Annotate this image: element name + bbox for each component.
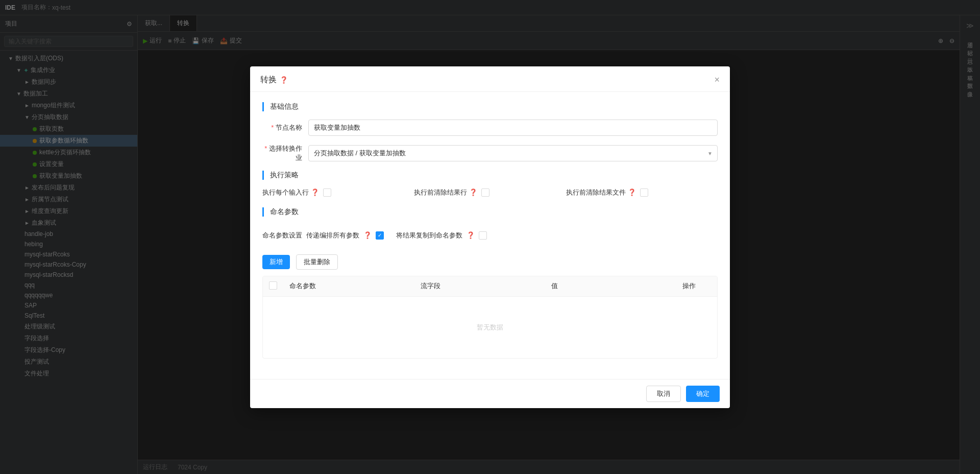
help-icon[interactable]: ❓ xyxy=(628,188,636,196)
node-name-row: * 节点名称 xyxy=(262,120,718,136)
clear-result-file-item: 执行前清除结果文件 ❓ xyxy=(566,188,718,197)
help-icon[interactable]: ❓ xyxy=(280,76,288,84)
batch-delete-button[interactable]: 批量删除 xyxy=(296,254,338,270)
strategy-row: 执行每个输入行 ❓ 执行前清除结果行 ❓ 执 xyxy=(262,188,718,197)
run-each-row-checkbox[interactable] xyxy=(323,188,331,197)
strategy-section: 执行策略 执行每个输入行 ❓ 执行前清除结果行 ❓ xyxy=(262,171,718,197)
th-param-name: 命名参数 xyxy=(283,281,414,291)
transform-job-select-wrapper: 分页抽取数据 / 获取变量加抽数 ▼ xyxy=(308,145,718,161)
th-checkbox xyxy=(263,281,283,291)
copy-result-checkbox[interactable] xyxy=(479,231,487,240)
th-value: 值 xyxy=(545,281,676,291)
new-param-button[interactable]: 新增 xyxy=(262,255,290,269)
strategy-section-title: 执行策略 xyxy=(262,171,718,180)
dialog-footer: 取消 确定 xyxy=(250,379,730,408)
close-button[interactable]: × xyxy=(714,75,720,84)
empty-text: 暂无数据 xyxy=(477,323,503,332)
transform-job-label: * 选择转换作业 xyxy=(262,144,308,162)
params-config-row: 命名参数设置 传递编排所有参数 ❓ 将结果复制到命名参数 ❓ xyxy=(262,225,718,246)
run-each-row-text: 执行每个输入行 xyxy=(262,188,309,197)
clear-result-row-text: 执行前清除结果行 xyxy=(414,188,467,197)
copy-result-label: 将结果复制到命名参数 xyxy=(396,231,462,240)
clear-result-row-label: 执行前清除结果行 ❓ xyxy=(414,188,477,197)
pass-all-item: 命名参数设置 传递编排所有参数 ❓ xyxy=(262,231,384,240)
dialog-body: 基础信息 * 节点名称 * 选择转换作业 分页抽取数据 / 获取变量加抽数 ▼ xyxy=(250,92,730,379)
header-checkbox[interactable] xyxy=(269,281,277,290)
clear-result-file-checkbox[interactable] xyxy=(640,188,648,197)
help-icon[interactable]: ❓ xyxy=(467,231,475,239)
pass-all-checkbox[interactable] xyxy=(376,231,384,240)
help-icon[interactable]: ❓ xyxy=(469,188,477,196)
confirm-button[interactable]: 确定 xyxy=(686,386,720,402)
transform-job-row: * 选择转换作业 分页抽取数据 / 获取变量加抽数 ▼ xyxy=(262,144,718,162)
clear-result-file-text: 执行前清除结果文件 xyxy=(566,188,626,197)
basic-info-section-title: 基础信息 xyxy=(262,102,718,111)
required-star: * xyxy=(264,145,267,152)
dialog-title: 转换 ❓ xyxy=(260,75,288,85)
params-table: 命名参数 流字段 值 操作 暂无数据 xyxy=(262,276,718,359)
th-field: 流字段 xyxy=(414,281,546,291)
table-body: 暂无数据 xyxy=(263,297,717,358)
required-star: * xyxy=(271,124,274,131)
table-header: 命名参数 流字段 值 操作 xyxy=(263,276,717,297)
transform-job-select[interactable]: 分页抽取数据 / 获取变量加抽数 xyxy=(308,145,718,161)
params-buttons: 新增 批量删除 xyxy=(262,254,718,270)
th-action: 操作 xyxy=(676,281,717,291)
run-each-row-label: 执行每个输入行 ❓ xyxy=(262,188,319,197)
run-each-row-item: 执行每个输入行 ❓ xyxy=(262,188,414,197)
clear-result-row-item: 执行前清除结果行 ❓ xyxy=(414,188,566,197)
help-icon[interactable]: ❓ xyxy=(363,231,372,239)
pass-all-label: 传递编排所有参数 xyxy=(306,231,359,240)
dialog-title-text: 转换 xyxy=(260,75,277,85)
dialog-header: 转换 ❓ × xyxy=(250,66,730,92)
params-config-label: 命名参数设置 xyxy=(262,231,302,240)
named-params-section-title: 命名参数 xyxy=(262,207,718,217)
cancel-button[interactable]: 取消 xyxy=(646,386,681,402)
transform-dialog: 转换 ❓ × 基础信息 * 节点名称 * 选择转换作业 分 xyxy=(250,66,730,408)
help-icon[interactable]: ❓ xyxy=(311,188,319,196)
node-name-input[interactable] xyxy=(308,120,718,136)
dialog-overlay: 转换 ❓ × 基础信息 * 节点名称 * 选择转换作业 分 xyxy=(0,0,980,474)
clear-result-file-label: 执行前清除结果文件 ❓ xyxy=(566,188,636,197)
node-name-label: * 节点名称 xyxy=(262,123,308,132)
copy-result-item: 将结果复制到命名参数 ❓ xyxy=(396,231,487,240)
named-params-section: 命名参数 命名参数设置 传递编排所有参数 ❓ 将结果复制到命名参数 ❓ xyxy=(262,207,718,359)
clear-result-row-checkbox[interactable] xyxy=(481,188,489,197)
